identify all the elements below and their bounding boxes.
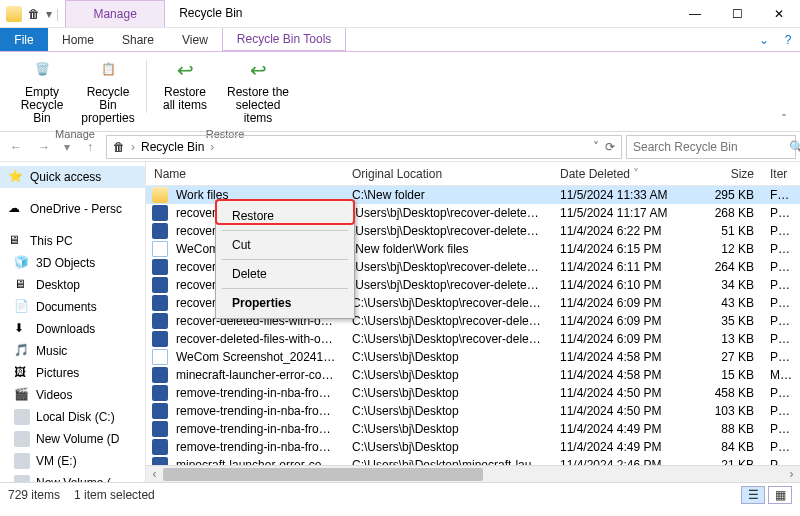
scroll-track[interactable] [163,466,783,482]
disk-icon [14,409,30,425]
refresh-icon[interactable]: ⟳ [605,140,615,154]
dropdown-icon[interactable]: ˅ [593,140,599,154]
restore-selected-button[interactable]: ↩ Restore the selected items [223,56,293,126]
cell-date: 11/4/2024 6:22 PM [552,224,702,238]
search-box[interactable]: 🔍 [626,135,796,159]
ctx-delete[interactable]: Delete [218,262,352,286]
table-row[interactable]: remove-trending-in-nba-from-the...C:\Use… [146,420,800,438]
tab-recycle-bin-tools[interactable]: Recycle Bin Tools [222,28,347,51]
nav-music[interactable]: 🎵Music [0,340,145,362]
scroll-left-icon[interactable]: ‹ [146,467,163,481]
ribbon-tabs: File Home Share View Recycle Bin Tools ⌄… [0,28,800,52]
breadcrumb[interactable]: Recycle Bin [141,140,204,154]
nav-label: 3D Objects [36,256,95,270]
up-button[interactable]: ↑ [78,135,102,159]
nav-videos[interactable]: 🎬Videos [0,384,145,406]
contextual-tab-manage[interactable]: Manage [65,0,165,27]
cell-size: 34 KB [702,278,762,292]
table-row[interactable]: WeCom Screenshot_202411041437...C:\Users… [146,348,800,366]
scroll-right-icon[interactable]: › [783,467,800,481]
cell-location: C:\Users\bj\Desktop\minecraft-launche... [344,458,552,465]
titlebar: 🗑 ▾ | Manage Recycle Bin — ☐ ✕ [0,0,800,28]
nav-new-volume-d[interactable]: New Volume (D [0,428,145,450]
tab-share[interactable]: Share [108,28,168,51]
nav-this-pc[interactable]: 🖥This PC [0,230,145,252]
table-row[interactable]: remove-trending-in-nba-from-the...C:\Use… [146,384,800,402]
minimize-button[interactable]: — [674,7,716,21]
col-original-location[interactable]: Original Location [344,167,552,181]
word-icon [152,205,168,221]
maximize-button[interactable]: ☐ [716,7,758,21]
large-icons-view-button[interactable]: ▦ [768,486,792,504]
word-icon [152,421,168,437]
forward-button[interactable]: → [32,135,56,159]
scroll-thumb[interactable] [163,468,483,481]
cell-name: WeCom Screenshot_202411041437... [168,350,344,364]
cube-icon: 🧊 [14,255,30,271]
search-input[interactable] [633,140,783,154]
nav-3d-objects[interactable]: 🧊3D Objects [0,252,145,274]
qat-dropdown-icon[interactable]: ▾ [46,7,52,21]
videos-icon: 🎬 [14,387,30,403]
ribbon-collapse-icon[interactable]: ˆ [774,109,794,131]
address-bar[interactable]: 🗑 › Recycle Bin › ˅ ⟳ [106,135,622,159]
ctx-properties[interactable]: Properties [218,291,352,315]
table-row[interactable]: recover-deleted-files-with-original...C:… [146,330,800,348]
col-item-type[interactable]: Iter [762,167,792,181]
col-date-deleted[interactable]: Date Deleted ˅ [552,167,702,181]
tab-file[interactable]: File [0,28,48,51]
ribbon-expand-icon[interactable]: ⌄ [752,28,776,51]
nav-downloads[interactable]: ⬇Downloads [0,318,145,340]
col-size[interactable]: Size [702,167,762,181]
nav-pictures[interactable]: 🖼Pictures [0,362,145,384]
nav-vm-e[interactable]: VM (E:) [0,450,145,472]
help-icon[interactable]: ? [776,28,800,51]
table-row[interactable]: remove-trending-in-nba-from-the...C:\Use… [146,438,800,456]
nav-documents[interactable]: 📄Documents [0,296,145,318]
nav-onedrive[interactable]: ☁OneDrive - Persc [0,198,145,220]
table-row[interactable]: minecraft-launcher-error-code-0x...C:\Us… [146,456,800,465]
word-icon [152,403,168,419]
chevron-right-icon[interactable]: › [131,140,135,154]
cell-location: C:\Users\bj\Desktop\recover-deleted-... [344,314,552,328]
table-row[interactable]: minecraft-launcher-error-code-0x...C:\Us… [146,366,800,384]
cell-date: 11/4/2024 4:50 PM [552,386,702,400]
tab-home[interactable]: Home [48,28,108,51]
cell-size: 264 KB [702,260,762,274]
pc-icon: 🖥 [8,233,24,249]
tab-view[interactable]: View [168,28,222,51]
recent-dropdown-icon[interactable]: ▾ [60,135,74,159]
cell-type: PN [762,224,792,238]
recycle-bin-properties-button[interactable]: 📋 Recycle Bin properties [80,56,136,126]
nav-label: Videos [36,388,72,402]
restore-all-button[interactable]: ↩ Restore all items [157,56,213,126]
cell-type: PN [762,314,792,328]
cell-location: \Users\bj\Desktop\recover-deleted-file..… [344,278,552,292]
horizontal-scrollbar[interactable]: ‹ › [146,465,800,482]
cell-size: 13 KB [702,332,762,346]
ctx-cut[interactable]: Cut [218,233,352,257]
search-icon[interactable]: 🔍 [789,140,800,154]
word-icon [152,457,168,465]
ribbon-group-manage: 🗑️ Empty Recycle Bin 📋 Recycle Bin prope… [6,56,144,131]
empty-recycle-bin-button[interactable]: 🗑️ Empty Recycle Bin [14,56,70,126]
details-view-button[interactable]: ☰ [741,486,765,504]
column-headers[interactable]: Name Original Location Date Deleted ˅ Si… [146,162,800,186]
nav-new-volume[interactable]: New Volume (… [0,472,145,482]
col-name[interactable]: Name [146,167,344,181]
details-view-icon: ☰ [748,488,759,502]
table-row[interactable]: remove-trending-in-nba-from-the...C:\Use… [146,402,800,420]
recycle-bin-icon: 🗑️ [28,56,56,84]
ctx-restore[interactable]: Restore [218,204,352,228]
nav-local-disk-c[interactable]: Local Disk (C:) [0,406,145,428]
nav-desktop[interactable]: 🖥Desktop [0,274,145,296]
nav-pane[interactable]: ⭐Quick access ☁OneDrive - Persc 🖥This PC… [0,162,146,482]
qat-recycle-icon[interactable]: 🗑 [26,6,42,22]
context-menu: Restore Cut Delete Properties [215,200,355,319]
cell-location: C:\Users\bj\Desktop\recover-deleted-... [344,296,552,310]
chevron-right-icon[interactable]: › [210,140,214,154]
close-button[interactable]: ✕ [758,7,800,21]
back-button[interactable]: ← [4,135,28,159]
word-icon [152,385,168,401]
nav-quick-access[interactable]: ⭐Quick access [0,166,145,188]
